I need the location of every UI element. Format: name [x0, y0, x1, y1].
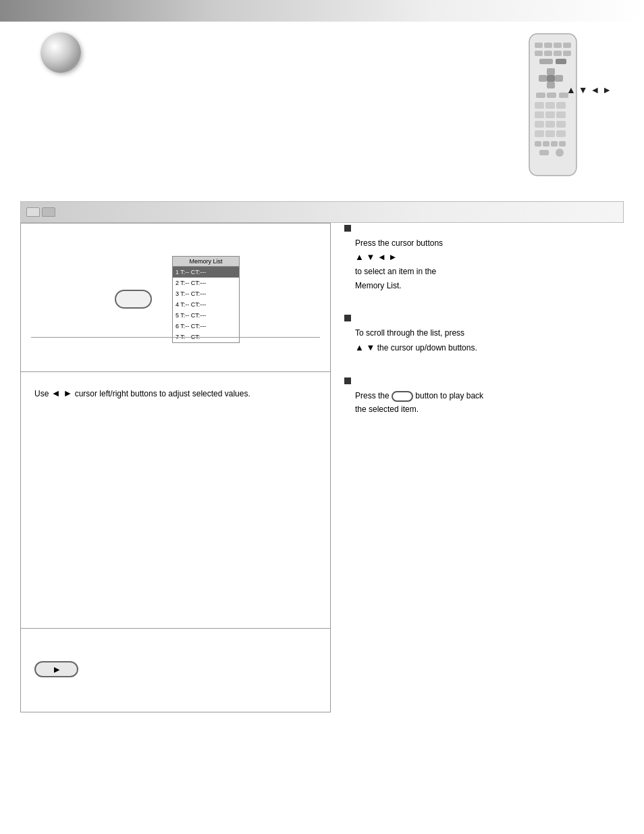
svg-rect-34 [559, 141, 566, 147]
memory-list-item-4[interactable]: 4 T:-- CT:--- [173, 299, 239, 310]
middle-text: Use ◄ ► cursor left/right buttons to adj… [34, 386, 317, 402]
svg-rect-35 [539, 150, 549, 155]
silver-ball-logo [41, 32, 81, 73]
svg-rect-17 [547, 93, 556, 98]
svg-rect-30 [556, 130, 566, 137]
arrow-left-right: ◄ ► [51, 386, 73, 402]
svg-rect-1 [535, 43, 543, 48]
instruction-block-1: Press the cursor buttons ▲ ▼ ◄ ► to sele… [344, 223, 624, 292]
instruction-text-3: Press the button to play back the select… [355, 389, 624, 417]
memory-list-item-3[interactable]: 3 T:-- CT:--- [173, 288, 239, 299]
section-header-bar [20, 201, 624, 223]
svg-point-36 [556, 149, 564, 157]
arrows-1: ▲ ▼ ◄ ► [355, 252, 397, 262]
svg-rect-11 [547, 68, 555, 75]
svg-rect-27 [556, 121, 566, 128]
svg-rect-16 [536, 93, 545, 98]
top-header-bar [0, 0, 644, 22]
svg-rect-32 [543, 141, 549, 147]
svg-rect-7 [554, 51, 562, 56]
memory-list-popup: Memory List 1 T:-- CT:--- 2 T:-- CT:--- … [172, 256, 240, 343]
section-tabs [26, 207, 55, 217]
remote-svg [522, 30, 583, 179]
memo-button[interactable] [115, 290, 152, 309]
section-tab-2[interactable] [42, 207, 55, 217]
svg-rect-33 [551, 141, 558, 147]
arrows-2: ▲ ▼ [355, 342, 375, 353]
right-instruction-panel: Press the cursor buttons ▲ ▼ ◄ ► to sele… [344, 223, 624, 712]
svg-rect-10 [556, 59, 566, 64]
memory-list-item-5[interactable]: 5 T:-- CT:--- [173, 310, 239, 321]
svg-rect-5 [535, 51, 543, 56]
svg-rect-28 [535, 130, 544, 137]
svg-rect-31 [535, 141, 541, 147]
left-panel-bottom-section: ▶ [21, 629, 330, 710]
svg-rect-12 [539, 75, 547, 82]
svg-rect-4 [563, 43, 571, 48]
instruction-text-1: Press the cursor buttons ▲ ▼ ◄ ► to sele… [355, 236, 624, 292]
bullet-2 [344, 315, 351, 321]
svg-rect-19 [535, 102, 544, 109]
svg-rect-15 [547, 82, 555, 88]
svg-rect-25 [535, 121, 544, 128]
memory-list-title: Memory List [173, 257, 239, 267]
svg-rect-2 [544, 43, 552, 48]
svg-rect-21 [556, 102, 566, 109]
bullet-3 [344, 377, 351, 384]
instruction-block-3: Press the button to play back the select… [344, 375, 624, 417]
svg-rect-22 [535, 111, 544, 118]
svg-rect-3 [554, 43, 562, 48]
svg-rect-9 [539, 59, 553, 64]
left-panel-middle-section: Use ◄ ► cursor left/right buttons to adj… [21, 372, 330, 629]
svg-rect-20 [545, 102, 555, 109]
main-content-box: Memory List 1 T:-- CT:--- 2 T:-- CT:--- … [20, 223, 331, 712]
remote-arrow-labels: ▲ ▼ ◄ ► [566, 84, 612, 95]
svg-rect-26 [545, 121, 555, 128]
section-tab-1[interactable] [26, 207, 40, 217]
svg-rect-8 [563, 51, 571, 56]
memory-list-item-1[interactable]: 1 T:-- CT:--- [173, 267, 239, 278]
instruction-block-2: To scroll through the list, press ▲ ▼ th… [344, 313, 624, 355]
bullet-1 [344, 225, 351, 232]
memory-list-item-2[interactable]: 2 T:-- CT:--- [173, 278, 239, 288]
svg-rect-29 [545, 130, 555, 137]
svg-rect-13 [547, 75, 555, 82]
svg-rect-6 [544, 51, 552, 56]
svg-rect-23 [545, 111, 555, 118]
svg-rect-24 [556, 111, 566, 118]
play-icon: ▶ [54, 665, 59, 674]
instruction-text-2: To scroll through the list, press ▲ ▼ th… [355, 326, 624, 355]
remote-control-illustration [522, 30, 603, 181]
svg-rect-14 [555, 75, 563, 82]
left-panel-top-section: Memory List 1 T:-- CT:--- 2 T:-- CT:--- … [21, 224, 330, 372]
memory-list-item-6[interactable]: 6 T:-- CT:--- [173, 321, 239, 332]
divider-line-1 [31, 337, 320, 338]
play-button[interactable]: ▶ [34, 661, 78, 677]
oval-play-ref [392, 391, 413, 402]
